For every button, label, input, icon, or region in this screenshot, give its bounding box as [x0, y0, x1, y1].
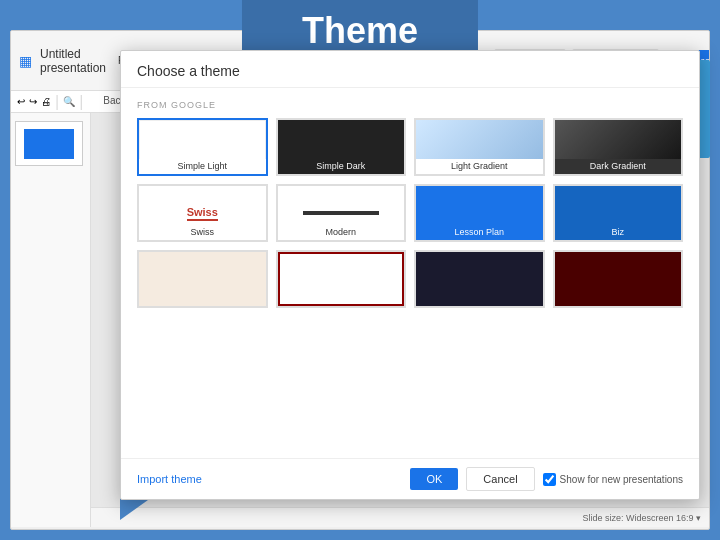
slide-panel: [11, 113, 91, 527]
dialog-footer-right: OK Cancel Show for new presentations: [410, 467, 683, 491]
theme-grid: Simple Light Simple Dark Light Gradient …: [137, 118, 683, 308]
theme-light-gradient-label: Light Gradient: [416, 159, 543, 174]
theme-simple-dark-label: Simple Dark: [278, 159, 405, 174]
swiss-accent: Swiss: [187, 206, 218, 221]
undo-icon[interactable]: ↩: [17, 96, 25, 107]
from-google-label: FROM GOOGLE: [137, 100, 683, 110]
slide-size-label: Slide size: Widescreen 16:9 ▾: [582, 513, 701, 523]
theme-dark-gradient[interactable]: Dark Gradient: [553, 118, 684, 176]
theme-light-gradient[interactable]: Light Gradient: [414, 118, 545, 176]
dialog-body: FROM GOOGLE Simple Light Simple Dark Lig…: [121, 88, 699, 458]
theme-biz[interactable]: Biz: [553, 184, 684, 242]
theme-lesson-plan-label: Lesson Plan: [416, 225, 543, 240]
checkbox-text: Show for new presentations: [560, 474, 683, 485]
theme-row3-3-preview: [416, 252, 543, 306]
theme-lesson-plan[interactable]: Lesson Plan: [414, 184, 545, 242]
search-icon[interactable]: 🔍: [63, 96, 75, 107]
title-text: Theme: [302, 10, 418, 51]
cancel-button[interactable]: Cancel: [466, 467, 534, 491]
theme-simple-light-label: Simple Light: [139, 159, 266, 174]
ok-button[interactable]: OK: [410, 468, 458, 490]
dialog-footer: Import theme OK Cancel Show for new pres…: [121, 458, 699, 499]
slide-thumb-preview: [24, 129, 74, 159]
theme-swiss[interactable]: Swiss Swiss: [137, 184, 268, 242]
choose-theme-dialog: Choose a theme FROM GOOGLE Simple Light …: [120, 50, 700, 500]
theme-dark-gradient-label: Dark Gradient: [555, 159, 682, 174]
slides-icon: ▦: [19, 53, 32, 69]
modern-bar: [303, 211, 379, 215]
import-theme-link[interactable]: Import theme: [137, 473, 202, 485]
show-new-presentations-checkbox[interactable]: [543, 473, 556, 486]
theme-row3-3[interactable]: [414, 250, 545, 308]
theme-row3-2[interactable]: [276, 250, 407, 308]
dialog-title: Choose a theme: [137, 63, 240, 79]
theme-row3-4-preview: [555, 252, 682, 306]
presentation-title[interactable]: Untitled presentation: [40, 47, 106, 75]
redo-icon[interactable]: ↪: [29, 96, 37, 107]
theme-simple-dark[interactable]: Simple Dark: [276, 118, 407, 176]
theme-modern[interactable]: Modern: [276, 184, 407, 242]
slide-bottom-bar: Slide size: Widescreen 16:9 ▾: [91, 507, 709, 527]
theme-row3-4[interactable]: [553, 250, 684, 308]
dialog-header: Choose a theme: [121, 51, 699, 88]
theme-simple-light[interactable]: Simple Light: [137, 118, 268, 176]
theme-row3-2-preview: [278, 252, 405, 306]
slide-thumbnail-1[interactable]: [15, 121, 83, 166]
theme-row3-1-preview: [139, 252, 266, 306]
show-new-presentations-label[interactable]: Show for new presentations: [543, 473, 683, 486]
print-icon[interactable]: 🖨: [41, 96, 51, 107]
theme-row3-1[interactable]: [137, 250, 268, 308]
theme-modern-label: Modern: [278, 225, 405, 240]
theme-biz-label: Biz: [555, 225, 682, 240]
theme-swiss-label: Swiss: [139, 225, 266, 240]
